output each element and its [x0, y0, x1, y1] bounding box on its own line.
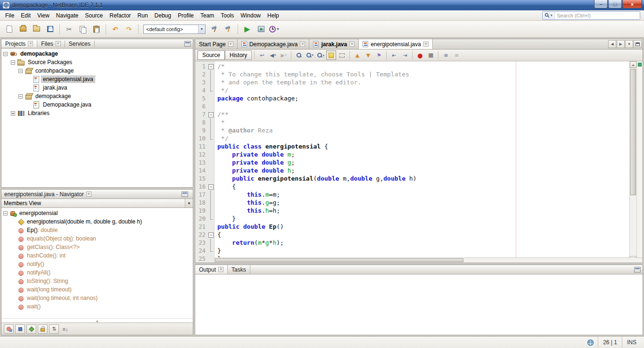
gutter-row[interactable]: 1 [195, 62, 214, 70]
tree-expander-icon[interactable]: − [18, 69, 23, 73]
tree-row[interactable]: −Source Packages [1, 58, 193, 66]
scroll-up-icon[interactable]: ▲ [630, 61, 636, 68]
editor-tab-start-page[interactable]: Start Page× [195, 39, 238, 49]
code-line[interactable]: public energipotensial(double m,double g… [217, 174, 629, 182]
scroll-tabs-right-button[interactable]: ▶ [617, 40, 625, 48]
menu-navigate[interactable]: Navigate [53, 11, 82, 20]
stop-macro-recording-button[interactable]: ■ [426, 50, 436, 60]
code-line[interactable]: private double m; [217, 150, 629, 158]
maximize-editor-button[interactable] [634, 40, 642, 48]
config-select[interactable]: <default config> ▾ [143, 25, 206, 34]
fold-toggle-icon[interactable] [207, 62, 214, 70]
member-row[interactable]: notifyAll() [1, 268, 193, 277]
close-tab-icon[interactable]: × [28, 41, 33, 46]
tree-expander-icon[interactable]: + [11, 111, 15, 116]
member-row[interactable]: equals(Object obj) : boolean [1, 234, 193, 243]
gutter-row[interactable]: 20 [195, 215, 214, 223]
code-line[interactable]: this.g=g; [217, 199, 629, 207]
search-icon[interactable]: ▾ [543, 12, 555, 19]
editor-tab-jarak-java[interactable]: jarak.java× [309, 39, 359, 49]
sort-alphabetically-button[interactable]: ≡↓ [60, 324, 70, 334]
code-line[interactable]: * [217, 118, 629, 126]
gutter-row[interactable]: 11 [195, 142, 214, 150]
member-row[interactable]: energipotensial(double m, double g, doub… [1, 217, 193, 226]
debug-project-button[interactable] [255, 23, 267, 35]
close-tab-icon[interactable]: × [228, 41, 233, 47]
code-line[interactable]: * To change this template, choose Tools … [217, 70, 629, 78]
member-row[interactable]: Ep() : double [1, 226, 193, 234]
toggle-bookmark-button[interactable]: ⚑ [374, 50, 384, 60]
menu-edit[interactable]: Edit [17, 11, 34, 20]
sort-by-source-button[interactable]: ⇅ [49, 324, 59, 334]
show-inherited-members-button[interactable] [4, 324, 14, 334]
gutter-row[interactable]: 6 [195, 102, 214, 110]
tree-row[interactable]: −demopackage [1, 50, 193, 58]
build-project-button[interactable] [208, 23, 221, 35]
gutter-row[interactable]: 24 [195, 247, 214, 255]
find-selection-button[interactable] [294, 50, 304, 60]
gutter-row[interactable]: 8 [195, 118, 214, 126]
clean-build-button[interactable] [222, 23, 235, 35]
gutter-row[interactable]: 25 [195, 255, 214, 263]
editor-tab-demopackage-java[interactable]: Demopackage.java× [238, 39, 310, 49]
code-line[interactable]: this.m=m; [217, 191, 629, 199]
new-file-button[interactable] [3, 23, 16, 35]
tree-row[interactable]: jarak.java [1, 83, 193, 92]
code-line[interactable] [217, 102, 629, 110]
member-row[interactable]: wait(long timeout) [1, 285, 193, 294]
cut-button[interactable]: ✂ [63, 23, 75, 35]
menu-refactor[interactable]: Refactor [106, 11, 134, 20]
show-non-public-members-button[interactable] [38, 324, 48, 334]
tree-expander-icon[interactable]: − [18, 94, 23, 99]
shift-line-right-button[interactable]: ⇥ [400, 50, 410, 60]
menu-team[interactable]: Team [197, 11, 217, 20]
close-tab-icon[interactable]: × [349, 41, 355, 47]
editor-tab-energipotensial-java[interactable]: energipotensial.java× [359, 39, 433, 49]
menu-view[interactable]: View [34, 11, 53, 20]
code-line[interactable]: */ [217, 134, 629, 142]
source-view-button[interactable]: Source [198, 50, 225, 60]
member-row[interactable]: notify() [1, 260, 193, 268]
undo-button[interactable]: ↶ [109, 23, 122, 35]
tree-expander-icon[interactable]: − [11, 60, 15, 65]
start-macro-recording-button[interactable]: ● [415, 50, 425, 60]
scrollbar-thumb[interactable] [630, 69, 636, 195]
fold-toggle-icon[interactable] [207, 110, 214, 118]
scroll-tabs-left-button[interactable]: ◀ [608, 40, 616, 48]
member-row[interactable]: hashCode() : int [1, 251, 193, 260]
find-previous-button[interactable]: ▴ [315, 50, 325, 60]
panel-menu-icon[interactable] [182, 191, 188, 197]
output-tab-output[interactable]: Output× [195, 265, 228, 274]
fold-toggle-icon[interactable] [207, 182, 214, 191]
tree-expander-icon[interactable]: − [3, 52, 8, 56]
run-project-button[interactable]: ▶ [241, 23, 254, 35]
gutter-row[interactable]: 16 [195, 182, 214, 191]
gutter-row[interactable]: 22 [195, 231, 214, 239]
explorer-tab-projects[interactable]: Projects× [1, 41, 37, 47]
close-icon[interactable]: × [86, 191, 91, 197]
tree-row[interactable]: Demopackage.java [1, 100, 193, 109]
gutter-row[interactable]: 18 [195, 199, 214, 207]
insert-mode-indicator[interactable]: INS [622, 337, 641, 348]
back-button[interactable]: ◀▾ [268, 50, 278, 60]
save-all-button[interactable] [44, 23, 57, 35]
code-line[interactable]: { [217, 231, 629, 239]
tree-row[interactable]: −demopackage [1, 92, 193, 100]
gutter-row[interactable]: 4 [195, 86, 214, 94]
navigator-view-select[interactable]: Members View ▼ [1, 199, 193, 208]
previous-occurrence-button[interactable]: ▲ [352, 50, 362, 60]
code-line[interactable]: package contohpackage; [217, 94, 629, 102]
gutter-row[interactable]: 10 [195, 134, 214, 142]
gutter-row[interactable]: 12 [195, 150, 214, 158]
horizontal-scrollbar[interactable] [215, 257, 643, 263]
code-line[interactable]: public double Ep() [217, 223, 629, 231]
tree-expander-icon[interactable]: − [3, 211, 8, 215]
next-occurrence-button[interactable]: ▼ [363, 50, 373, 60]
fold-toggle-icon[interactable] [207, 231, 214, 239]
tree-row[interactable]: −contohpackage [1, 66, 193, 75]
gutter-row[interactable]: 5 [195, 94, 214, 102]
rectangular-selection-button[interactable] [337, 50, 347, 60]
code-line[interactable]: } [217, 247, 629, 255]
gutter-row[interactable]: 13 [195, 158, 214, 166]
comment-button[interactable]: ≡ [441, 50, 451, 60]
